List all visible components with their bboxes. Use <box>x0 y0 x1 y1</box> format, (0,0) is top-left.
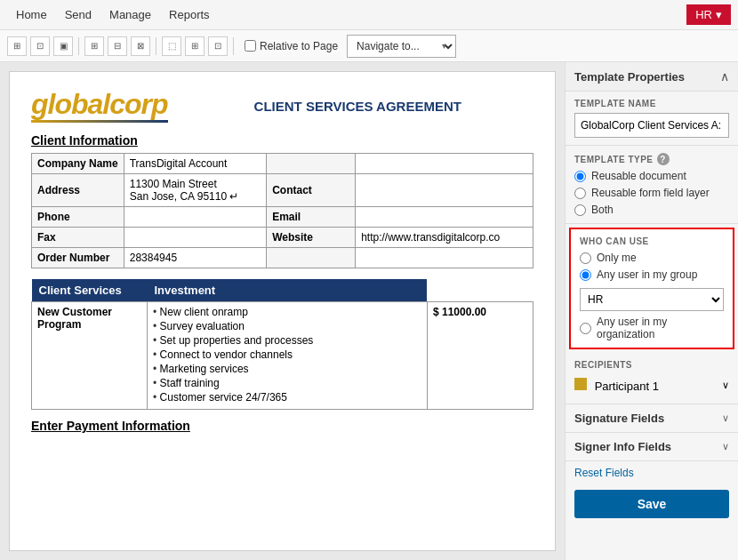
table-row: Order Number 28384945 <box>32 248 533 268</box>
template-type-label-1: Reusable document <box>591 170 686 182</box>
toolbar-sep-2 <box>156 37 156 55</box>
logo-part2: corp <box>109 88 167 120</box>
who-can-use-radio-3[interactable] <box>580 323 591 334</box>
template-name-label: TEMPLATE NAME <box>574 99 729 108</box>
template-name-input[interactable] <box>574 113 729 138</box>
label-cell: Fax <box>32 228 124 248</box>
template-type-option-3[interactable]: Both <box>574 204 729 216</box>
table-row: Company Name TransDigital Account <box>32 154 533 174</box>
list-item: New client onramp <box>153 306 421 318</box>
save-button[interactable]: Save <box>574 490 729 518</box>
services-col2-header: Investment <box>148 279 428 302</box>
toolbar-icon-7[interactable]: ⬚ <box>162 36 181 56</box>
collapse-icon[interactable]: ∧ <box>720 69 729 84</box>
menu-manage[interactable]: Manage <box>100 3 160 27</box>
signer-info-chevron: ∨ <box>722 441 729 452</box>
client-info-table: Company Name TransDigital Account Addres… <box>31 153 533 268</box>
template-type-radio-1[interactable] <box>574 171 586 182</box>
toolbar-icon-4[interactable]: ⊞ <box>84 36 104 56</box>
who-can-use-option-3[interactable]: Any user in my organization <box>580 316 724 340</box>
template-type-option-2[interactable]: Reusable form field layer <box>574 187 729 199</box>
table-row: New CustomerProgram New client onramp Su… <box>32 302 533 410</box>
toolbar-icon-5[interactable]: ⊟ <box>108 36 127 56</box>
recipients-section: RECIPIENTS Participant 1 ∨ <box>566 353 738 404</box>
signature-fields-label: Signature Fields <box>574 412 664 425</box>
services-table: Client Services Investment New CustomerP… <box>31 279 533 410</box>
template-type-option-1[interactable]: Reusable document <box>574 170 729 182</box>
hr-menu-button[interactable]: HR ▾ <box>686 4 731 25</box>
label-cell <box>267 154 356 174</box>
label-cell: Website <box>267 228 356 248</box>
recipient-chevron[interactable]: ∨ <box>722 380 729 391</box>
signer-info-label: Signer Info Fields <box>574 440 671 453</box>
who-can-use-radio-2[interactable] <box>580 269 591 281</box>
template-type-radio-3[interactable] <box>574 204 586 216</box>
toolbar-icon-2[interactable]: ⊡ <box>30 36 50 56</box>
menu-reports[interactable]: Reports <box>160 3 219 27</box>
document-area[interactable]: globalcorp CLIENT SERVICES AGREEMENT Cli… <box>0 62 565 560</box>
service-items-cell: New client onramp Survey evaluation Set … <box>148 302 428 410</box>
navigate-select[interactable]: Navigate to...Page 1Page 2Page 3 <box>347 35 456 58</box>
relative-page-container: Relative to Page <box>245 40 338 52</box>
menu-home[interactable]: Home <box>7 3 56 27</box>
signer-info-section[interactable]: Signer Info Fields ∨ <box>566 433 738 461</box>
help-icon[interactable]: ? <box>657 153 670 165</box>
who-can-use-radio-group: Only me Any user in my group HR Any user… <box>580 252 724 340</box>
panel-header: Template Properties ∧ <box>566 62 738 92</box>
payment-header: Enter Payment Information <box>31 419 533 433</box>
table-cell: http://www.transdigitalcorp.co <box>356 228 533 248</box>
toolbar-icon-8[interactable]: ⊞ <box>185 36 205 56</box>
logo-part1: global <box>31 88 109 120</box>
template-type-section: TeMPLATE TYPE ? Reusable document Reusab… <box>566 146 738 224</box>
services-list: New client onramp Survey evaluation Set … <box>153 306 421 404</box>
services-header-row: Client Services Investment <box>32 279 533 302</box>
list-item: Customer service 24/7/365 <box>153 391 421 404</box>
label-cell: Contact <box>267 174 356 207</box>
relative-page-label: Relative to Page <box>260 40 338 52</box>
list-item: Staff training <box>153 377 421 389</box>
who-can-use-option-1[interactable]: Only me <box>580 252 724 264</box>
service-price-cell: $ 11000.00 <box>427 302 533 410</box>
main-layout: globalcorp CLIENT SERVICES AGREEMENT Cli… <box>0 62 738 560</box>
template-type-label: TeMPLATE TYPE ? <box>574 153 729 165</box>
toolbar-icon-1[interactable]: ⊞ <box>7 36 27 56</box>
menu-send[interactable]: Send <box>56 3 100 27</box>
template-type-label-2: Reusable form field layer <box>591 187 710 199</box>
signature-fields-chevron: ∨ <box>722 412 729 424</box>
group-select[interactable]: HR <box>580 288 724 311</box>
document-page: globalcorp CLIENT SERVICES AGREEMENT Cli… <box>9 71 556 551</box>
reset-fields-link[interactable]: Reset Fields <box>566 461 738 484</box>
toolbar-sep-1 <box>78 37 79 55</box>
who-can-use-radio-1[interactable] <box>580 252 591 264</box>
table-cell <box>356 154 533 174</box>
toolbar: ⊞ ⊡ ▣ ⊞ ⊟ ⊠ ⬚ ⊞ ⊡ Relative to Page Navig… <box>0 30 738 62</box>
recipient-name: Participant 1 <box>595 380 659 393</box>
table-cell <box>124 207 266 228</box>
relative-page-checkbox[interactable] <box>245 40 256 52</box>
service-name-cell: New CustomerProgram <box>32 302 148 410</box>
table-row: Fax Website http://www.transdigitalcorp.… <box>32 228 533 248</box>
who-can-use-label-2: Any user in my group <box>597 268 697 281</box>
toolbar-icon-3[interactable]: ▣ <box>53 36 73 56</box>
template-name-section: TEMPLATE NAME <box>566 92 738 146</box>
menu-bar: Home Send Manage Reports HR ▾ <box>0 0 738 30</box>
client-info-header: Client Information <box>31 133 533 148</box>
table-row: Address 11300 Main StreetSan Jose, CA 95… <box>32 174 533 207</box>
template-type-radio-2[interactable] <box>574 188 586 199</box>
who-can-use-label-1: Only me <box>597 252 637 264</box>
list-item: Marketing services <box>153 363 421 375</box>
who-can-use-option-2[interactable]: Any user in my group <box>580 268 724 281</box>
right-panel: Template Properties ∧ TEMPLATE NAME TeMP… <box>565 62 738 560</box>
who-can-use-section: WHO CAN USE Only me Any user in my group… <box>569 228 734 349</box>
logo-underline <box>31 120 168 123</box>
recipient-color-badge <box>574 378 587 390</box>
list-item: Survey evaluation <box>153 320 421 332</box>
toolbar-sep-3 <box>233 37 234 55</box>
label-cell: Company Name <box>32 154 124 174</box>
list-item: Set up properties and processes <box>153 334 421 347</box>
signature-fields-section[interactable]: Signature Fields ∨ <box>566 404 738 433</box>
toolbar-icon-6[interactable]: ⊠ <box>131 36 150 56</box>
toolbar-icon-9[interactable]: ⊡ <box>208 36 228 56</box>
logo-area: globalcorp <box>31 90 168 123</box>
list-item: Connect to vendor channels <box>153 348 421 361</box>
